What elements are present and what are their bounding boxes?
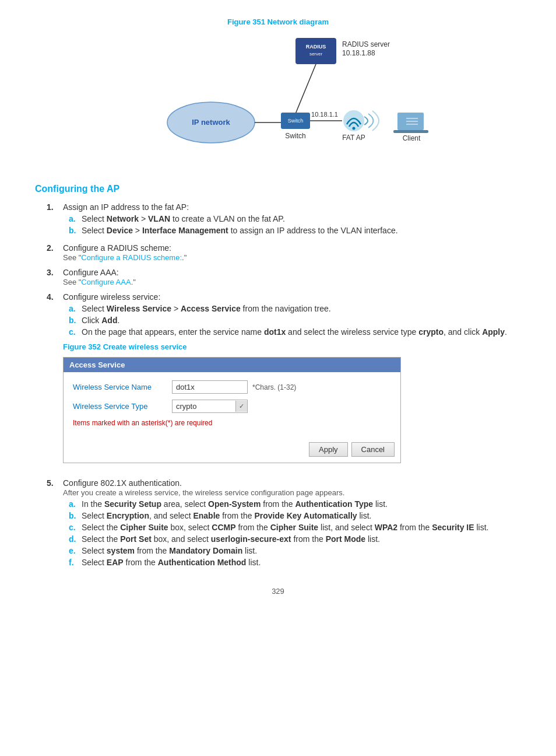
step-5b-text: Select Encryption, and select Enable fro… bbox=[82, 511, 371, 520]
step-5a: In the Security Setup area, select Open-… bbox=[69, 499, 521, 509]
form-header: Access Service bbox=[64, 358, 400, 372]
svg-text:Switch: Switch bbox=[285, 132, 305, 140]
step-5c: Select the Cipher Suite box, select CCMP… bbox=[69, 523, 521, 532]
svg-text:RADIUS: RADIUS bbox=[306, 44, 326, 50]
step-5d-text: Select the Port Set box, and select user… bbox=[82, 534, 380, 544]
figure352-title: Figure 352 Create wireless service bbox=[63, 342, 521, 351]
svg-text:IP network: IP network bbox=[192, 118, 230, 127]
step-4: Configure wireless service: Select Wirel… bbox=[47, 292, 521, 473]
step-5e: Select system from the Mandatory Domain … bbox=[69, 546, 521, 555]
svg-rect-15 bbox=[393, 130, 428, 133]
svg-text:10.18.1.88: 10.18.1.88 bbox=[342, 49, 375, 57]
step-1: Assign an IP address to the fat AP: Sele… bbox=[47, 202, 521, 237]
radius-scheme-link[interactable]: Configure a RADIUS scheme: bbox=[81, 253, 182, 262]
step-1a-text: Select Network > VLAN to create a VLAN o… bbox=[82, 214, 285, 223]
step-4a-text: Select Wireless Service > Access Service… bbox=[82, 304, 331, 313]
step-4-substeps: Select Wireless Service > Access Service… bbox=[69, 304, 521, 337]
service-type-value: crypto bbox=[173, 400, 235, 412]
step-3-text: Configure AAA: bbox=[63, 268, 119, 277]
cancel-button[interactable]: Cancel bbox=[351, 442, 395, 457]
service-type-row: Wireless Service Type crypto ✓ bbox=[73, 400, 391, 413]
svg-text:server: server bbox=[309, 51, 323, 57]
step-2-text: Configure a RADIUS scheme: bbox=[63, 243, 171, 253]
step-4c-text: On the page that appears, enter the serv… bbox=[82, 327, 507, 337]
service-type-label: Wireless Service Type bbox=[73, 402, 172, 411]
step-1b-text: Select Device > Interface Management to … bbox=[82, 226, 398, 235]
svg-text:10.18.1.1: 10.18.1.1 bbox=[311, 111, 338, 118]
step-3: Configure AAA: See "Configure AAA." bbox=[47, 268, 521, 286]
step-3-see: See "Configure AAA." bbox=[63, 278, 136, 286]
service-type-select[interactable]: crypto ✓ bbox=[172, 400, 248, 413]
step-5: Configure 802.1X authentication. After y… bbox=[47, 478, 521, 569]
svg-text:FAT AP: FAT AP bbox=[342, 134, 365, 142]
step-1a: Select Network > VLAN to create a VLAN o… bbox=[69, 214, 521, 223]
required-note: Items marked with an asterisk(*) are req… bbox=[73, 419, 391, 427]
service-name-input[interactable] bbox=[172, 380, 248, 394]
step-5-text: Configure 802.1X authentication. bbox=[63, 478, 182, 488]
step-4c: On the page that appears, enter the serv… bbox=[69, 327, 521, 337]
step-4-text: Configure wireless service: bbox=[63, 292, 160, 302]
form-buttons: Apply Cancel bbox=[64, 439, 400, 463]
step-4a: Select Wireless Service > Access Service… bbox=[69, 304, 521, 313]
step-1-substeps: Select Network > VLAN to create a VLAN o… bbox=[69, 214, 521, 235]
configure-aaa-link[interactable]: Configure AAA bbox=[81, 278, 131, 286]
step-5c-text: Select the Cipher Suite box, select CCMP… bbox=[82, 523, 489, 532]
step-5-substeps: In the Security Setup area, select Open-… bbox=[69, 499, 521, 567]
apply-button[interactable]: Apply bbox=[309, 442, 348, 457]
step-1-text: Assign an IP address to the fat AP: bbox=[63, 202, 189, 212]
step-2-see: See "Configure a RADIUS scheme:." bbox=[63, 253, 186, 262]
svg-line-5 bbox=[295, 64, 316, 114]
service-name-label: Wireless Service Name bbox=[73, 383, 172, 391]
service-name-hint: *Chars. (1-32) bbox=[252, 383, 296, 391]
step-5f-text: Select EAP from the Authentication Metho… bbox=[82, 558, 261, 567]
svg-text:Client: Client bbox=[403, 134, 421, 142]
section-heading: Configuring the AP bbox=[35, 184, 521, 194]
step-5b: Select Encryption, and select Enable fro… bbox=[69, 511, 521, 520]
form-body: Wireless Service Name *Chars. (1-32) Wir… bbox=[64, 372, 400, 439]
step-5d: Select the Port Set box, and select user… bbox=[69, 534, 521, 544]
svg-point-12 bbox=[353, 127, 356, 130]
service-name-row: Wireless Service Name *Chars. (1-32) bbox=[73, 380, 391, 394]
svg-text:Switch: Switch bbox=[288, 118, 304, 124]
step-5e-text: Select system from the Mandatory Domain … bbox=[82, 546, 257, 555]
step-5a-text: In the Security Setup area, select Open-… bbox=[82, 499, 388, 509]
page-number: 329 bbox=[35, 587, 521, 596]
step-4b: Click Add. bbox=[69, 316, 521, 325]
create-wireless-service-form: Access Service Wireless Service Name *Ch… bbox=[63, 357, 401, 463]
step-4b-text: Click Add. bbox=[82, 316, 119, 325]
svg-text:RADIUS server: RADIUS server bbox=[342, 40, 390, 48]
step-1b: Select Device > Interface Management to … bbox=[69, 226, 521, 235]
figure351-title: Figure 351 Network diagram bbox=[35, 18, 521, 26]
network-diagram: RADIUS server RADIUS server 10.18.1.88 S… bbox=[35, 32, 521, 166]
chevron-down-icon[interactable]: ✓ bbox=[235, 401, 247, 412]
steps-list: Assign an IP address to the fat AP: Sele… bbox=[47, 202, 521, 569]
step-2: Configure a RADIUS scheme: See "Configur… bbox=[47, 243, 521, 262]
step-5f: Select EAP from the Authentication Metho… bbox=[69, 558, 521, 567]
step-5-intro: After you create a wireless service, the… bbox=[63, 488, 344, 497]
